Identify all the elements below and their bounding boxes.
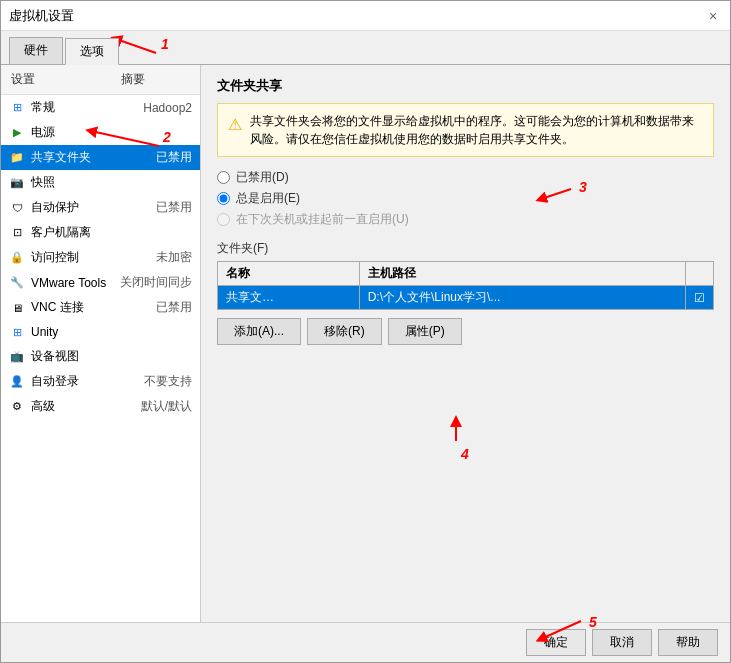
power-icon: ▶ xyxy=(9,125,25,141)
sidebar-item-power[interactable]: ▶ 电源 xyxy=(1,120,200,145)
close-button[interactable]: × xyxy=(704,7,722,25)
vnc-label: VNC 连接 xyxy=(31,299,152,316)
access-icon: 🔒 xyxy=(9,250,25,266)
radio-group: 已禁用(D) 总是启用(E) 在下次关机或挂起前一直启用(U) xyxy=(217,169,714,228)
table-header-name: 名称 xyxy=(218,262,360,286)
shared-folders-label: 共享文件夹 xyxy=(31,149,152,166)
properties-button[interactable]: 属性(P) xyxy=(388,318,462,345)
isolation-label: 客户机隔离 xyxy=(31,224,188,241)
folder-buttons: 添加(A)... 移除(R) 属性(P) xyxy=(217,318,714,345)
general-desc: Hadoop2 xyxy=(143,101,192,115)
window-title: 虚拟机设置 xyxy=(9,7,74,25)
sidebar-item-isolation[interactable]: ⊡ 客户机隔离 xyxy=(1,220,200,245)
autosave-label: 自动保护 xyxy=(31,199,152,216)
title-bar: 虚拟机设置 × xyxy=(1,1,730,31)
main-window: 虚拟机设置 × 硬件 选项 设置 摘要 ⊞ 常规 Hadoop2 ▶ 电源 xyxy=(0,0,731,663)
sidebar-item-vmtools[interactable]: 🔧 VMware Tools 关闭时间同步 xyxy=(1,270,200,295)
ok-button[interactable]: 确定 xyxy=(526,629,586,656)
sidebar-item-snapshot[interactable]: 📷 快照 xyxy=(1,170,200,195)
unity-label: Unity xyxy=(31,325,188,339)
autologin-icon: 👤 xyxy=(9,374,25,390)
general-label: 常规 xyxy=(31,99,139,116)
folder-section-label: 文件夹(F) xyxy=(217,240,714,257)
shared-folders-desc: 已禁用 xyxy=(156,149,192,166)
remove-button[interactable]: 移除(R) xyxy=(307,318,382,345)
radio-always[interactable] xyxy=(217,192,230,205)
isolation-icon: ⊡ xyxy=(9,225,25,241)
shared-folders-icon: 📁 xyxy=(9,150,25,166)
info-text: 共享文件夹会将您的文件显示给虚拟机中的程序。这可能会为您的计算机和数据带来风险。… xyxy=(250,112,703,148)
device-view-icon: 📺 xyxy=(9,349,25,365)
radio-until-off-row: 在下次关机或挂起前一直启用(U) xyxy=(217,211,714,228)
sidebar-item-autologin[interactable]: 👤 自动登录 不要支持 xyxy=(1,369,200,394)
radio-disabled-label: 已禁用(D) xyxy=(236,169,289,186)
radio-disabled[interactable] xyxy=(217,171,230,184)
tab-hardware[interactable]: 硬件 xyxy=(9,37,63,64)
tab-bar: 硬件 选项 xyxy=(1,31,730,65)
autologin-desc: 不要支持 xyxy=(144,373,192,390)
radio-always-label: 总是启用(E) xyxy=(236,190,300,207)
power-label: 电源 xyxy=(31,124,188,141)
device-view-label: 设备视图 xyxy=(31,348,188,365)
vnc-icon: 🖥 xyxy=(9,300,25,316)
help-button[interactable]: 帮助 xyxy=(658,629,718,656)
bottom-bar: 确定 取消 帮助 xyxy=(1,622,730,662)
vmtools-label: VMware Tools xyxy=(31,276,116,290)
table-header-path: 主机路径 xyxy=(359,262,685,286)
advanced-label: 高级 xyxy=(31,398,137,415)
sidebar-item-vnc[interactable]: 🖥 VNC 连接 已禁用 xyxy=(1,295,200,320)
general-icon: ⊞ xyxy=(9,100,25,116)
content-area: 设置 摘要 ⊞ 常规 Hadoop2 ▶ 电源 📁 共享文件夹 已禁用 📷 xyxy=(1,65,730,622)
section-title: 文件夹共享 xyxy=(217,77,714,95)
radio-until-off[interactable] xyxy=(217,213,230,226)
cancel-button[interactable]: 取消 xyxy=(592,629,652,656)
left-panel: 设置 摘要 ⊞ 常规 Hadoop2 ▶ 电源 📁 共享文件夹 已禁用 📷 xyxy=(1,65,201,622)
autosave-desc: 已禁用 xyxy=(156,199,192,216)
access-label: 访问控制 xyxy=(31,249,152,266)
folder-section: 文件夹(F) 名称 主机路径 共享文… D:\个人文件\Linux学习\... xyxy=(217,240,714,345)
folder-table: 名称 主机路径 共享文… D:\个人文件\Linux学习\... ☑ xyxy=(217,261,714,310)
radio-disabled-row: 已禁用(D) xyxy=(217,169,714,186)
table-row[interactable]: 共享文… D:\个人文件\Linux学习\... ☑ xyxy=(218,286,714,310)
unity-icon: ⊞ xyxy=(9,324,25,340)
header-settings: 设置 xyxy=(11,71,121,88)
warning-icon: ⚠ xyxy=(228,113,242,148)
vmtools-icon: 🔧 xyxy=(9,275,25,291)
sidebar-item-advanced[interactable]: ⚙ 高级 默认/默认 xyxy=(1,394,200,419)
vmtools-desc: 关闭时间同步 xyxy=(120,274,192,291)
add-button[interactable]: 添加(A)... xyxy=(217,318,301,345)
right-panel: 文件夹共享 ⚠ 共享文件夹会将您的文件显示给虚拟机中的程序。这可能会为您的计算机… xyxy=(201,65,730,622)
autosave-icon: 🛡 xyxy=(9,200,25,216)
advanced-icon: ⚙ xyxy=(9,399,25,415)
info-box: ⚠ 共享文件夹会将您的文件显示给虚拟机中的程序。这可能会为您的计算机和数据带来风… xyxy=(217,103,714,157)
sidebar-item-unity[interactable]: ⊞ Unity xyxy=(1,320,200,344)
table-header-check xyxy=(686,262,714,286)
header-summary: 摘要 xyxy=(121,71,190,88)
sidebar-item-general[interactable]: ⊞ 常规 Hadoop2 xyxy=(1,95,200,120)
tab-options[interactable]: 选项 xyxy=(65,38,119,65)
sidebar-item-device-view[interactable]: 📺 设备视图 xyxy=(1,344,200,369)
sidebar-item-access[interactable]: 🔒 访问控制 未加密 xyxy=(1,245,200,270)
folder-check-cell[interactable]: ☑ xyxy=(686,286,714,310)
folder-path-cell: D:\个人文件\Linux学习\... xyxy=(359,286,685,310)
radio-until-off-label: 在下次关机或挂起前一直启用(U) xyxy=(236,211,409,228)
folder-name-cell: 共享文… xyxy=(218,286,360,310)
sidebar-item-autosave[interactable]: 🛡 自动保护 已禁用 xyxy=(1,195,200,220)
snapshot-label: 快照 xyxy=(31,174,188,191)
sidebar-item-shared-folders[interactable]: 📁 共享文件夹 已禁用 xyxy=(1,145,200,170)
autologin-label: 自动登录 xyxy=(31,373,140,390)
access-desc: 未加密 xyxy=(156,249,192,266)
left-panel-header: 设置 摘要 xyxy=(1,65,200,95)
radio-always-row: 总是启用(E) xyxy=(217,190,714,207)
snapshot-icon: 📷 xyxy=(9,175,25,191)
vnc-desc: 已禁用 xyxy=(156,299,192,316)
advanced-desc: 默认/默认 xyxy=(141,398,192,415)
